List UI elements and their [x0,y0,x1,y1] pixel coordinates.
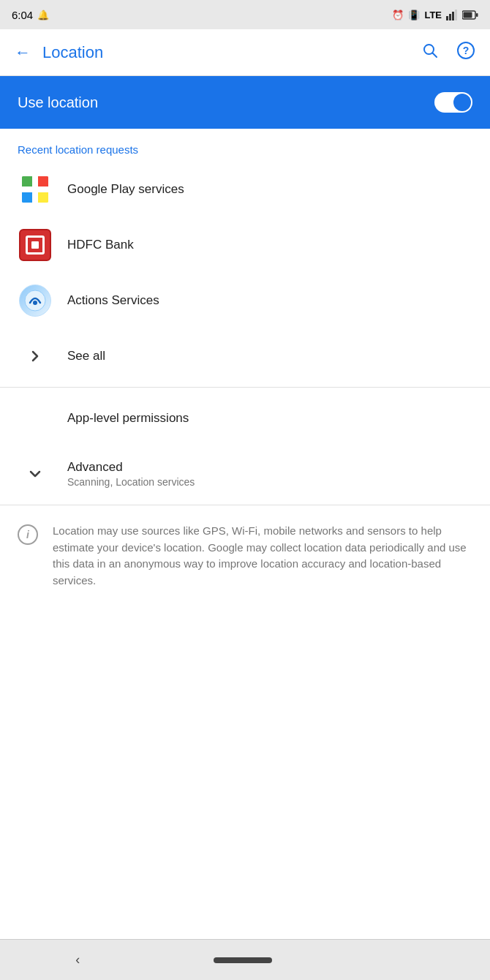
svg-line-8 [433,53,437,57]
actions-label: Actions Services [67,293,159,308]
svg-rect-22 [22,176,32,186]
status-bar: 6:04 🔔 ⏰ 📳 LTE [0,0,490,29]
app-permissions-icon [18,401,53,436]
see-all-label: See all [67,349,105,363]
list-item-advanced[interactable]: Advanced Scanning, Location services [0,446,490,502]
use-location-banner[interactable]: Use location [0,76,490,129]
list-item-google-play[interactable]: Google Play services [0,162,490,217]
back-button[interactable]: ← [9,37,37,68]
svg-rect-6 [476,13,478,17]
list-item-see-all[interactable]: See all [0,328,490,384]
chevron-down-icon [18,456,53,491]
status-vibrate-icon: 📳 [408,10,420,20]
svg-rect-25 [38,192,48,203]
svg-rect-23 [38,176,48,186]
use-location-toggle[interactable] [434,92,472,113]
google-play-icon [18,172,53,207]
status-bar-left: 6:04 🔔 [12,9,49,21]
use-location-label: Use location [18,94,98,111]
svg-rect-3 [455,10,457,20]
status-signal-icon [446,9,458,20]
list-item-actions[interactable]: Actions Services [0,273,490,328]
svg-rect-21 [22,186,48,192]
google-play-label: Google Play services [67,182,184,197]
advanced-text-group: Advanced Scanning, Location services [67,460,195,488]
nav-back-button[interactable]: ‹ [58,946,97,973]
svg-rect-2 [452,12,454,20]
status-battery-icon [462,10,478,20]
status-bar-right: ⏰ 📳 LTE [392,9,478,20]
hdfc-icon [18,227,53,263]
status-time: 6:04 [12,9,33,21]
svg-rect-1 [449,14,451,20]
chevron-right-icon [18,339,53,374]
advanced-sublabel: Scanning, Location services [67,476,195,488]
status-alarm-icon2: ⏰ [392,10,404,20]
help-button[interactable]: ? [451,35,481,70]
svg-rect-24 [22,192,32,203]
content-area: Recent location requests [0,129,490,939]
page-title: Location [42,43,415,62]
app-permissions-label: App-level permissions [67,411,189,426]
svg-rect-0 [446,16,448,20]
actions-icon [18,283,53,318]
search-button[interactable] [415,36,445,69]
status-lte-label: LTE [424,10,442,20]
list-item-hdfc[interactable]: HDFC Bank [0,217,490,273]
divider-1 [0,387,490,388]
info-icon: i [18,524,38,545]
divider-2 [0,505,490,505]
hdfc-label: HDFC Bank [67,238,134,252]
svg-point-27 [33,301,37,305]
nav-bar: ‹ [0,939,490,980]
list-item-app-permissions[interactable]: App-level permissions [0,391,490,446]
toggle-knob [453,94,471,111]
nav-home-pill[interactable] [214,957,272,963]
app-bar-icons: ? [415,35,481,70]
status-alarm-icon: 🔔 [37,10,49,20]
info-text: Location may use sources like GPS, Wi-Fi… [53,523,472,589]
svg-rect-5 [464,12,472,18]
info-section: i Location may use sources like GPS, Wi-… [0,508,490,603]
app-bar: ← Location ? [0,29,490,76]
recent-requests-header: Recent location requests [0,129,490,162]
svg-text:?: ? [463,45,470,56]
advanced-label: Advanced [67,460,195,475]
